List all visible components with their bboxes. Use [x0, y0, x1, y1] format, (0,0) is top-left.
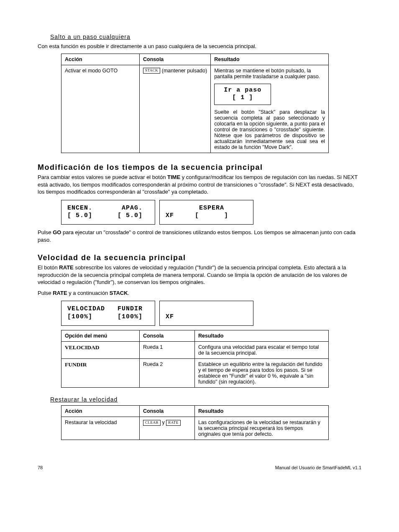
lcd-display-goto: Ir a paso[ 1 ] — [214, 84, 271, 105]
key-rate: RATE — [166, 420, 181, 426]
paragraph: Para cambiar estos valores se puede acti… — [38, 174, 361, 196]
th-consola: Consola — [140, 330, 195, 341]
td-opcion: FUNDIR — [61, 358, 140, 387]
paragraph: Pulse GO para ejecutar un "crossfade" o … — [38, 229, 361, 243]
td-resultado: Las configuraciones de la velocidad se r… — [195, 417, 329, 440]
lcd-display-times-left: ENCEN. APAG. [ 5.0] [ 5.0] — [61, 200, 155, 225]
td-consola: Rueda 2 — [140, 358, 195, 387]
page-footer: 78 Manual del Usuario de SmartFadeML v1.… — [38, 465, 361, 470]
th-consola: Consola — [140, 54, 211, 65]
footer-title: Manual del Usuario de SmartFadeML v1.1 — [275, 465, 361, 470]
td-consola: CLEAR y RATE — [140, 417, 195, 440]
td-resultado: Mientras se mantiene el botón pulsado, l… — [211, 65, 329, 153]
lcd-display-rate-right: XF — [159, 301, 253, 326]
table-salto: Acción Consola Resultado Activar el modo… — [61, 54, 329, 153]
lcd-display-times-right: ESPERA XF [ ] — [159, 200, 253, 225]
sep-text: y — [161, 419, 166, 425]
td-accion: Activar el modo GOTO — [61, 65, 140, 153]
td-opcion: VELOCIDAD — [61, 341, 140, 358]
lcd-row-times: ENCEN. APAG. [ 5.0] [ 5.0] ESPERA XF [ ] — [61, 200, 361, 225]
subsection-heading-salto: Salto a un paso cualquiera — [50, 33, 361, 40]
section-heading-modif: Modificación de los tiempos de la secuen… — [38, 163, 361, 172]
th-resultado: Resultado — [211, 54, 329, 65]
section-heading-veloc: Velocidad de la secuencia principal — [38, 253, 361, 262]
td-consola: Rueda 1 — [140, 341, 195, 358]
result-text-2: Suelte el botón "Stack" para desplazar l… — [214, 109, 325, 150]
paragraph: Pulse RATE y a continuación STACK. — [38, 289, 361, 297]
td-accion: Restaurar la velocidad — [61, 417, 140, 440]
table-restaurar: Acción Consola Resultado Restaurar la ve… — [61, 405, 329, 440]
page-number: 78 — [38, 465, 43, 470]
table-veloc: Opción del menú Consola Resultado VELOCI… — [61, 330, 329, 388]
key-stack: STACK — [143, 68, 160, 74]
th-accion: Acción — [61, 54, 140, 65]
th-opcion: Opción del menú — [61, 330, 140, 341]
paragraph: El botón RATE sobrescribe los valores de… — [38, 264, 361, 286]
th-resultado: Resultado — [195, 405, 329, 417]
th-consola: Consola — [140, 405, 195, 417]
lcd-row-rate: VELOCIDAD FUNDIR [100%] [100%] XF — [61, 301, 361, 326]
paragraph: Con esta función es posible ir directame… — [38, 43, 361, 50]
key-clear: CLEAR — [143, 420, 161, 426]
th-resultado: Resultado — [195, 330, 329, 341]
consola-text: (mantener pulsado) — [160, 68, 207, 74]
th-accion: Acción — [61, 405, 140, 417]
result-text-1: Mientras se mantiene el botón pulsado, l… — [214, 68, 325, 79]
lcd-display-rate-left: VELOCIDAD FUNDIR [100%] [100%] — [61, 301, 155, 326]
subsection-heading-restaurar: Restaurar la velocidad — [50, 396, 361, 403]
td-resultado: Configura una velocidad para escalar el … — [195, 341, 329, 358]
td-consola: STACK (mantener pulsado) — [140, 65, 211, 153]
td-resultado: Establece un equilibrio entre la regulac… — [195, 358, 329, 387]
